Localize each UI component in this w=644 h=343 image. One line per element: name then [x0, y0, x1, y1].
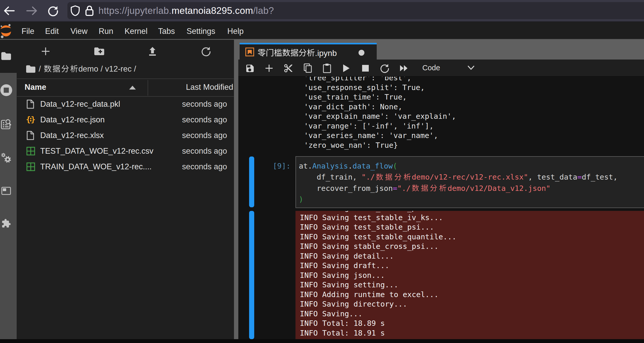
cut-cells-button[interactable] — [282, 62, 294, 74]
code-cell-editor[interactable]: at.Analysis.data_flow( df_train, "./demo… — [295, 156, 644, 208]
browser-address-bar[interactable]: https://jupyterlab.metanoia8295.com/lab? — [67, 2, 644, 19]
menu-item-file[interactable]: File — [22, 23, 34, 40]
restart-icon — [380, 63, 390, 73]
column-header-last-modified[interactable]: Last Modified — [186, 83, 233, 92]
add-cell-button[interactable] — [263, 62, 275, 74]
refresh-button[interactable] — [200, 46, 212, 57]
menu-item-help[interactable]: Help — [227, 23, 244, 40]
save-button[interactable] — [244, 62, 256, 74]
unsaved-changes-indicator[interactable] — [359, 50, 364, 56]
code-token: . — [348, 162, 352, 170]
menu-item-tabs[interactable]: Tabs — [158, 23, 175, 40]
notebook-tab-title: .ipynb — [258, 48, 337, 58]
file-row[interactable]: {} Data_v12-rec.json seconds ago — [17, 112, 234, 128]
cjk-glyph — [274, 48, 282, 57]
browser-reload-button[interactable] — [45, 3, 61, 19]
code-line: ) — [299, 194, 644, 205]
menu-item-kernel[interactable]: Kernel — [125, 23, 148, 40]
code-token: df_test, — [582, 173, 618, 181]
code-token: recover_from_json — [299, 184, 393, 193]
cjk-glyph — [290, 48, 299, 57]
file-row[interactable]: TRAIN_DATA_WOE_v12-rec.... seconds ago — [17, 159, 234, 174]
cjk-glyph — [258, 48, 266, 57]
cjk-glyph — [43, 65, 52, 73]
paste-cells-button[interactable] — [321, 62, 333, 74]
file-row[interactable]: Data_v12-rec_data.pkl seconds ago — [17, 96, 234, 112]
cjk-glyph — [266, 48, 274, 57]
sidebar-item-running-sessions[interactable] — [0, 84, 12, 96]
jupyter-logo — [0, 22, 13, 39]
cell-type-select[interactable]: Code — [422, 64, 440, 72]
input-collapser[interactable] — [249, 156, 254, 207]
new-launcher-button[interactable] — [40, 46, 51, 57]
output-collapser[interactable] — [249, 211, 254, 339]
code-token: , test_data — [528, 173, 577, 181]
cjk-glyph — [61, 65, 69, 73]
home-folder-icon[interactable] — [26, 65, 36, 73]
output-log-text: INFO Saving train_stable_psi... INFO Sav… — [295, 211, 644, 338]
chevron-down-icon[interactable] — [467, 65, 475, 71]
copy-cells-button[interactable] — [302, 62, 314, 74]
cjk-glyph — [52, 65, 61, 73]
restart-kernel-button[interactable] — [379, 62, 391, 74]
sidebar-item-tools[interactable] — [0, 153, 12, 163]
cell-prompt: [9]: — [254, 161, 291, 171]
new-folder-button[interactable] — [94, 46, 105, 57]
reload-icon — [47, 5, 59, 16]
file-icon — [26, 131, 35, 140]
file-icon — [26, 131, 34, 140]
file-name: Data_v12-rec.json — [40, 115, 105, 124]
code-token: = — [393, 184, 397, 193]
lock-icon — [85, 5, 94, 16]
notebook-tab[interactable]: .ipynb — [240, 43, 377, 60]
file-row[interactable]: Data_v12-rec.xlsx seconds ago — [17, 128, 234, 143]
code-token: df_train, — [299, 173, 361, 181]
upload-icon — [147, 47, 158, 56]
code-token: data_flow — [353, 162, 393, 170]
sidebar-item-property-inspector[interactable] — [0, 119, 12, 130]
column-header-name[interactable]: Name — [25, 83, 46, 92]
restart-run-all-button[interactable] — [398, 62, 410, 74]
sort-ascending-icon[interactable] — [129, 86, 136, 90]
file-modified: seconds ago — [182, 100, 227, 109]
save-icon — [246, 64, 254, 73]
cjk-glyph — [299, 48, 307, 57]
breadcrumb-item-current[interactable]: v12-rec — [105, 64, 131, 74]
menu-item-run[interactable]: Run — [99, 23, 113, 40]
browser-back-button[interactable] — [1, 3, 18, 19]
file-icon — [26, 100, 34, 109]
file-list-header: Name Last Modified — [17, 79, 234, 97]
cell-output-area: INFO Saving train_stable_psi... INFO Sav… — [295, 211, 644, 339]
spreadsheet-icon — [26, 162, 35, 171]
cjk-glyph — [403, 173, 412, 181]
run-cell-button[interactable] — [340, 62, 352, 74]
sidebar-item-extensions[interactable] — [0, 219, 12, 228]
cjk-glyph — [70, 65, 78, 73]
fast-forward-icon — [400, 65, 408, 72]
code-token: = — [577, 173, 582, 181]
svg-text:{: { — [26, 115, 31, 124]
notebook-toolbar: Code — [238, 60, 644, 77]
code-line: at.Analysis.data_flow( — [299, 161, 644, 172]
menu-item-edit[interactable]: Edit — [45, 23, 59, 40]
spreadsheet-icon — [26, 146, 35, 156]
file-modified: seconds ago — [182, 146, 227, 156]
folder-icon — [1, 52, 11, 60]
cjk-glyph — [438, 184, 447, 192]
breadcrumb-item-parent[interactable]: demo — [43, 64, 98, 74]
file-row[interactable]: TEST_DATA_WOE_v12-rec.csv seconds ago — [17, 143, 234, 159]
breadcrumb: /demo/v12-rec/ — [26, 62, 138, 76]
stop-button[interactable] — [360, 62, 371, 74]
code-token: Analysis — [312, 162, 348, 170]
browser-forward-button[interactable] — [23, 3, 40, 19]
upload-button[interactable] — [147, 46, 158, 57]
spreadsheet-icon — [26, 162, 35, 172]
sidebar-item-file-browser[interactable] — [0, 52, 12, 60]
sidebar-item-open-tabs[interactable] — [0, 187, 12, 195]
cjk-glyph — [282, 48, 290, 57]
code-token: "./demo/v12/Data_v12.json" — [397, 184, 550, 193]
menu-item-view[interactable]: View — [70, 23, 88, 40]
puzzle-icon — [1, 219, 11, 228]
cjk-glyph — [393, 173, 403, 181]
menu-item-settings[interactable]: Settings — [187, 23, 215, 40]
